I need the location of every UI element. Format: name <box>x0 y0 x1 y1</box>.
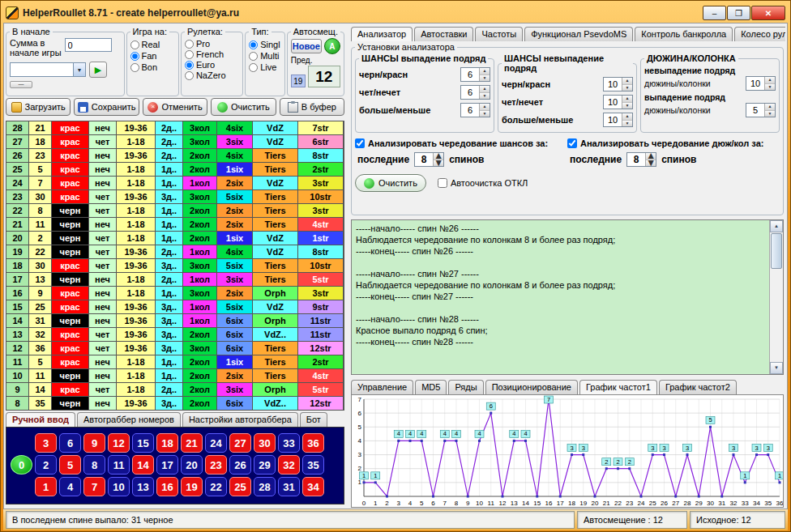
tab-Настройки автограббера[interactable]: Настройки автограббера <box>182 412 298 427</box>
board-number-15[interactable]: 15 <box>132 433 154 453</box>
save-button[interactable]: Сохранить <box>74 98 139 116</box>
spinner-down-icon[interactable]: ▼ <box>765 84 775 91</box>
spins-table[interactable]: 2821краснеч19-362д..3кол4sixVdZ7str2718к… <box>6 121 344 411</box>
tab-MD5[interactable]: MD5 <box>415 380 447 394</box>
table-row[interactable]: 202чернчет1-181д..2кол1sixVdZ1str <box>6 232 344 245</box>
log-scrollbar[interactable]: ▲ ▼ <box>769 220 783 374</box>
spinner-up-icon[interactable]: ▲ <box>480 86 490 93</box>
table-row[interactable]: 169краснеч1-181д..3кол2sixOrph3str <box>6 287 344 300</box>
board-number-35[interactable]: 35 <box>302 455 324 475</box>
tab-Автоставки[interactable]: Автоставки <box>414 27 473 41</box>
board-number-9[interactable]: 9 <box>83 433 105 453</box>
tab-Функционал PsevdoMS[interactable]: Функционал PsevdoMS <box>524 27 633 41</box>
board-number-23[interactable]: 23 <box>205 455 227 475</box>
spinner-up-icon[interactable]: ▲ <box>622 113 632 121</box>
radio-nazero[interactable]: NaZero <box>185 70 239 80</box>
table-row[interactable]: 2111черннеч1-181д..2кол2sixTiers4str <box>6 218 344 232</box>
autoshift-a-button[interactable]: A <box>324 38 340 54</box>
clear-button[interactable]: Очистить <box>211 98 276 116</box>
dozen-hit-spinner[interactable]: 5 ▲▼ <box>746 103 776 117</box>
radio-live-input[interactable] <box>249 63 258 72</box>
spinner-down-icon[interactable]: ▼ <box>480 93 490 100</box>
start-sum-input[interactable] <box>65 38 112 52</box>
spinner-up-icon[interactable]: ▲ <box>765 104 775 111</box>
alt-chances-spinner[interactable]: 8 ▲▼ <box>414 152 444 167</box>
table-row[interactable]: 255краснеч1-181д..2кол1sixTiers2str <box>6 163 344 177</box>
alt-chances-checkbox-row[interactable]: Анализировать чередование шансов за: <box>355 138 567 148</box>
board-number-1[interactable]: 1 <box>35 477 57 496</box>
spinner-down-icon[interactable]: ▼ <box>434 160 443 167</box>
setting-spinner[interactable]: 10▲▼ <box>603 113 633 127</box>
table-row[interactable]: 835черннеч19-363д..2кол6sixVdZ..12str <box>6 397 344 411</box>
tab-Колесо рул[interactable]: Колесо рул <box>734 27 785 41</box>
tab-Ряды[interactable]: Ряды <box>448 380 483 394</box>
radio-real-input[interactable] <box>130 40 139 49</box>
spinner-up-icon[interactable]: ▲ <box>622 96 632 103</box>
board-number-34[interactable]: 34 <box>302 477 324 496</box>
board-number-4[interactable]: 4 <box>59 477 81 496</box>
spinner-down-icon[interactable]: ▼ <box>765 111 775 117</box>
table-row[interactable]: 914красчет1-182д..2кол3sixOrph5str <box>6 383 344 397</box>
board-number-5[interactable]: 5 <box>59 455 81 475</box>
table-row[interactable]: 2821краснеч19-362д..3кол4sixVdZ7str <box>6 121 344 135</box>
spinner-up-icon[interactable]: ▲ <box>480 68 490 75</box>
scroll-down-icon[interactable]: ▼ <box>770 362 783 374</box>
tab-Частоты[interactable]: Частоты <box>475 27 523 41</box>
board-number-28[interactable]: 28 <box>254 477 276 496</box>
spinner-up-icon[interactable]: ▲ <box>480 104 490 111</box>
board-number-3[interactable]: 3 <box>35 433 57 453</box>
spinner-up-icon[interactable]: ▲ <box>765 77 775 84</box>
board-number-25[interactable]: 25 <box>229 477 251 496</box>
tab-Контроль банкролла[interactable]: Контроль банкролла <box>635 27 733 41</box>
board-number-16[interactable]: 16 <box>156 477 178 496</box>
radio-bon[interactable]: Bon <box>130 62 175 72</box>
table-row[interactable]: 1830красчет19-363д..3кол5sixTiers10str <box>6 259 344 273</box>
scroll-up-icon[interactable]: ▲ <box>770 220 783 232</box>
radio-nazero-input[interactable] <box>185 71 194 80</box>
table-row[interactable]: 2330красчет19-363д..3кол5sixTiers10str <box>6 190 344 204</box>
table-row[interactable]: 1332красчет19-363д..2кол6sixVdZ..11str <box>6 328 344 342</box>
undo-button[interactable]: × Отменить <box>143 98 207 116</box>
spinner-down-icon[interactable]: ▼ <box>480 75 490 82</box>
board-number-24[interactable]: 24 <box>205 433 227 453</box>
buffer-button[interactable]: В буфер <box>280 98 344 116</box>
close-button[interactable]: ✕ <box>751 6 785 20</box>
board-number-0[interactable]: 0 <box>11 455 32 475</box>
board-number-31[interactable]: 31 <box>278 477 300 496</box>
collapse-button[interactable]: — <box>10 81 32 88</box>
radio-pro-input[interactable] <box>185 40 194 49</box>
alt-dozens-checkbox-row[interactable]: Анализировать чередование дюж/кол за: <box>567 138 780 148</box>
spinner-up-icon[interactable]: ▲ <box>622 78 632 85</box>
board-number-14[interactable]: 14 <box>132 455 154 475</box>
history-combobox[interactable]: ▼ <box>10 62 86 77</box>
board-number-26[interactable]: 26 <box>229 455 251 475</box>
setting-spinner[interactable]: 10▲▼ <box>603 77 633 92</box>
table-row[interactable]: 1713черннеч1-182д..1кол3sixTiers5str <box>6 273 344 287</box>
alt-chances-checkbox[interactable] <box>355 138 365 148</box>
board-number-32[interactable]: 32 <box>278 455 300 475</box>
tab-Бот[interactable]: Бот <box>300 412 327 427</box>
board-number-6[interactable]: 6 <box>59 433 81 453</box>
board-number-21[interactable]: 21 <box>181 433 203 453</box>
table-row[interactable]: 1922чернчет19-362д..1кол4sixVdZ8str <box>6 245 344 259</box>
table-row[interactable]: 1011черннеч1-181д..2кол2sixTiers4str <box>6 369 344 383</box>
alt-dozens-checkbox[interactable] <box>567 138 577 148</box>
autoclear-checkbox[interactable] <box>438 178 447 188</box>
radio-fan-input[interactable] <box>130 52 139 61</box>
scroll-thumb[interactable] <box>771 233 782 269</box>
board-number-11[interactable]: 11 <box>108 455 130 475</box>
board-number-8[interactable]: 8 <box>83 455 105 475</box>
setting-spinner[interactable]: 6▲▼ <box>460 85 490 100</box>
tab-Анализатор[interactable]: Анализатор <box>351 27 413 41</box>
table-row[interactable]: 1525краснеч19-363д..1кол5sixVdZ9str <box>6 300 344 314</box>
title-bar[interactable]: HelperRoullet 8.71 - create helperroulle… <box>3 3 788 23</box>
board-number-17[interactable]: 17 <box>156 455 178 475</box>
radio-bon-input[interactable] <box>130 63 139 72</box>
radio-pro[interactable]: Pro <box>185 39 239 49</box>
board-number-7[interactable]: 7 <box>83 477 105 496</box>
radio-real[interactable]: Real <box>130 40 175 49</box>
radio-french-input[interactable] <box>185 50 194 59</box>
radio-multi[interactable]: Multi <box>249 51 281 61</box>
board-number-30[interactable]: 30 <box>254 433 276 453</box>
analyzer-log[interactable]: -----начало----- спин №26 ------ Наблюда… <box>351 219 784 375</box>
